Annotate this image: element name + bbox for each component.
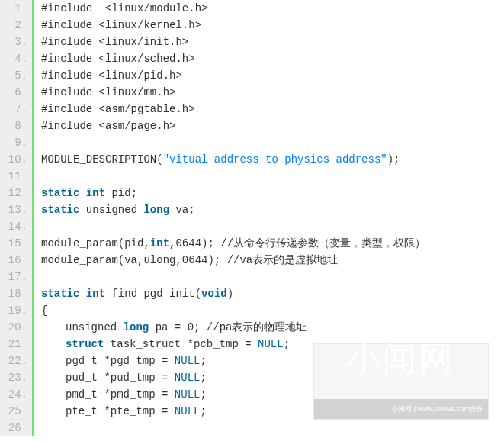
code-token: #include <linux/pid.h> — [41, 69, 182, 82]
line-number: 20. — [0, 319, 32, 336]
line-number: 8. — [0, 117, 32, 134]
line-number: 10. — [0, 151, 32, 168]
code-token: module_param(pid, — [41, 237, 150, 249]
line-number: 7. — [0, 101, 32, 117]
code-line: pte_t *pte_tmp = NULL; — [41, 403, 504, 420]
code-token: { — [41, 304, 47, 317]
line-number: 2. — [0, 17, 32, 34]
code-line: #include <linux/pid.h> — [41, 67, 504, 84]
code-token: static — [41, 187, 79, 199]
code-line — [41, 218, 504, 235]
code-token: #include <linux/init.h> — [41, 36, 188, 48]
line-number: 9. — [0, 134, 32, 151]
code-token: ; — [200, 388, 206, 401]
line-number: 5. — [0, 67, 32, 84]
code-token: MODULE_DESCRIPTION( — [41, 153, 163, 166]
line-number: 3. — [0, 34, 32, 50]
line-number: 14. — [0, 218, 32, 235]
code-token: static — [41, 204, 79, 216]
code-token: long — [124, 321, 149, 333]
code-token: NULL — [175, 405, 201, 417]
code-token: pid; — [105, 187, 137, 199]
code-line: unsigned long pa = 0; //pa表示的物理地址 — [41, 319, 504, 336]
code-line: { — [41, 302, 504, 319]
code-token: static — [41, 288, 79, 300]
code-line: MODULE_DESCRIPTION("vitual address to ph… — [41, 151, 504, 168]
code-token: ; — [200, 372, 206, 384]
code-token: unsigned — [66, 321, 124, 333]
code-token: int — [86, 187, 105, 199]
code-token: pte_t *pte_tmp = — [66, 405, 175, 417]
line-number: 6. — [0, 84, 32, 101]
line-number: 19. — [0, 302, 32, 319]
code-line: #include <linux/mm.h> — [41, 84, 504, 101]
code-line: module_param(va,ulong,0644); //va表示的是虚拟地… — [41, 252, 504, 269]
code-token: #include <linux/sched.h> — [41, 53, 195, 65]
code-token: "vitual address to physics address" — [163, 153, 387, 166]
code-token: NULL — [258, 338, 284, 350]
code-token: ); — [387, 153, 400, 166]
code-token: va; — [169, 204, 195, 216]
code-token: unsigned — [79, 204, 143, 216]
code-line: static int pid; — [41, 185, 504, 201]
code-line — [41, 134, 504, 151]
line-number: 26. — [0, 420, 32, 436]
code-token: pmd_t *pmd_tmp = — [66, 388, 175, 401]
code-token — [79, 288, 85, 300]
line-number: 11. — [0, 168, 32, 185]
code-token: struct — [66, 338, 104, 350]
code-token: long — [143, 204, 169, 216]
line-number: 15. — [0, 235, 32, 252]
code-token: pgd_t *pgd_tmp = — [66, 355, 175, 367]
code-line — [41, 269, 504, 285]
code-line: pgd_t *pgd_tmp = NULL; — [41, 352, 504, 369]
code-token: NULL — [175, 372, 201, 384]
code-token — [79, 187, 85, 199]
line-number: 13. — [0, 201, 32, 218]
code-token: int — [150, 237, 169, 249]
code-token: pa = 0; //pa表示的物理地址 — [149, 321, 307, 333]
code-line: pud_t *pud_tmp = NULL; — [41, 369, 504, 386]
code-token: module_param(va,ulong,0644); //va表示的是虚拟地… — [41, 254, 338, 266]
code-line — [41, 168, 504, 185]
line-number: 18. — [0, 285, 32, 302]
code-token: task_struct *pcb_tmp = — [104, 338, 258, 350]
code-token: ; — [284, 338, 290, 350]
line-number: 17. — [0, 269, 32, 285]
code-token: pud_t *pud_tmp = — [66, 372, 175, 384]
code-line: pmd_t *pmd_tmp = NULL; — [41, 386, 504, 403]
code-token: #include <linux/module.h> — [41, 2, 207, 14]
line-number: 16. — [0, 252, 32, 269]
code-token: int — [86, 288, 105, 300]
code-token: #include <linux/kernel.h> — [41, 19, 201, 31]
line-number: 12. — [0, 185, 32, 201]
line-number: 4. — [0, 50, 32, 67]
code-token: #include <asm/pgtable.h> — [41, 103, 195, 115]
code-token: void — [201, 288, 227, 300]
code-token: ; — [200, 355, 206, 367]
code-line: #include <linux/module.h> — [41, 0, 504, 17]
code-line: #include <linux/kernel.h> — [41, 17, 504, 34]
line-number: 21. — [0, 336, 32, 352]
code-token: NULL — [175, 388, 201, 401]
code-area: #include <linux/module.h>#include <linux… — [34, 0, 504, 436]
code-line: static int find_pgd_init(void) — [41, 285, 504, 302]
code-line — [41, 420, 504, 436]
code-line: #include <linux/init.h> — [41, 34, 504, 50]
code-token: NULL — [175, 355, 201, 367]
line-number-gutter: 1.2.3.4.5.6.7.8.9.10.11.12.13.14.15.16.1… — [0, 0, 34, 436]
code-line: #include <asm/page.h> — [41, 117, 504, 134]
code-token: ,0644); //从命令行传递参数（变量，类型，权限） — [169, 237, 425, 249]
code-token: #include <asm/page.h> — [41, 120, 175, 132]
line-number: 1. — [0, 0, 32, 17]
code-token: find_pgd_init( — [105, 288, 201, 300]
code-token: #include <linux/mm.h> — [41, 86, 175, 98]
code-line: #include <linux/sched.h> — [41, 50, 504, 67]
code-line: struct task_struct *pcb_tmp = NULL; — [41, 336, 504, 352]
code-token: ) — [227, 288, 233, 300]
code-line: module_param(pid,int,0644); //从命令行传递参数（变… — [41, 235, 504, 252]
line-number: 22. — [0, 352, 32, 369]
line-number: 23. — [0, 369, 32, 386]
line-number: 24. — [0, 386, 32, 403]
line-number: 25. — [0, 403, 32, 420]
